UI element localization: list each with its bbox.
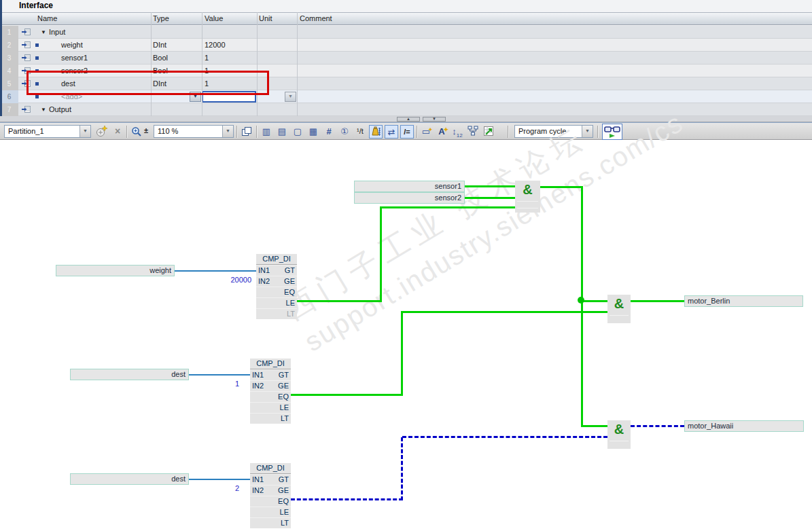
row-value[interactable]: 1 <box>202 77 257 90</box>
port-lt[interactable]: LT <box>281 414 289 424</box>
cmp-block-3[interactable]: CMP_DI IN1GT IN2GE EQ LE LT <box>250 463 291 528</box>
port-in2[interactable]: IN2 <box>252 381 264 391</box>
monitoring-glasses-icon[interactable] <box>602 124 622 140</box>
and-gate-2[interactable]: & <box>607 295 631 323</box>
port-in2[interactable]: IN2 <box>258 276 270 287</box>
row-value[interactable]: 1 <box>202 52 257 65</box>
port-in1[interactable]: IN1 <box>252 475 264 485</box>
table-row-weight[interactable]: 2 weight DInt 12000 <box>0 39 812 52</box>
table-row-dest[interactable]: 5 dest DInt 1 <box>0 77 812 90</box>
operand-dest-1[interactable]: dest <box>70 369 189 380</box>
new-partition-icon[interactable] <box>95 125 109 139</box>
insert-row-icon[interactable]: ▤ <box>275 125 289 139</box>
cmp-block-2[interactable]: CMP_DI IN1GT IN2GE EQ LE LT <box>250 359 291 424</box>
numbered-grid-icon[interactable]: ▦ <box>306 125 320 139</box>
port-lt[interactable]: LT <box>287 309 295 319</box>
dashed-box-icon[interactable]: ▢ <box>291 125 304 139</box>
pane-splitter[interactable]: ▲ ▼ <box>0 116 812 122</box>
port-in1[interactable]: IN1 <box>252 370 264 380</box>
port-lt[interactable]: LT <box>281 518 289 528</box>
row-name: Input <box>49 28 65 36</box>
toolbar-separator <box>256 126 258 138</box>
port-le[interactable]: LE <box>286 298 295 308</box>
signal-flow-icon[interactable]: ⇄ <box>385 125 398 139</box>
sequence-numbers-icon[interactable]: ① <box>338 125 351 139</box>
column-header-value[interactable]: Value <box>205 14 223 22</box>
constant-1[interactable]: 1 <box>171 380 239 388</box>
port-gt[interactable]: GT <box>285 266 295 276</box>
table-row-output[interactable]: 7 ▼Output <box>0 103 812 116</box>
snap-grid-icon[interactable]: # <box>322 125 336 139</box>
new-comment-icon[interactable]: A✦ <box>435 125 448 139</box>
column-header-type[interactable]: Type <box>153 14 169 22</box>
port-le[interactable]: LE <box>280 403 289 413</box>
zoom-plusminus-icon[interactable]: ± <box>144 126 148 134</box>
splitter-collapse-down-button[interactable]: ▼ <box>423 117 446 122</box>
table-row-sensor1[interactable]: 3 sensor1 Bool 1 <box>0 52 812 65</box>
constant-2[interactable]: 2 <box>171 484 239 492</box>
unit-dropdown-button[interactable]: ▼ <box>285 92 296 102</box>
collapse-triangle-icon[interactable]: ▼ <box>41 26 46 39</box>
port-ge[interactable]: GE <box>278 486 289 496</box>
partition-select[interactable]: Partition_1 ▼ <box>4 125 91 138</box>
column-header-comment[interactable]: Comment <box>300 14 332 22</box>
port-eq[interactable]: EQ <box>278 392 289 402</box>
operand-weight-icon[interactable] <box>369 125 383 139</box>
cmp-block-1[interactable]: CMP_DI IN1GT IN2GE EQ LE LT <box>256 254 297 319</box>
variable-bullet-icon <box>35 69 39 73</box>
wire-and2-to-motor-berlin <box>631 300 684 302</box>
network-event-value: Program cycle <box>518 127 566 135</box>
operand-motor-hawaii[interactable]: motor_Hawaii <box>684 420 804 432</box>
table-row-add[interactable]: 6 <add> ▼ ▼ <box>0 90 812 103</box>
row-value[interactable]: 1 <box>202 65 257 77</box>
column-header-unit[interactable]: Unit <box>259 14 272 22</box>
row-type[interactable]: Bool <box>151 52 202 65</box>
row-value[interactable]: 12000 <box>202 39 257 52</box>
table-row-sensor2[interactable]: 4 sensor2 Bool 1 <box>0 65 812 77</box>
operand-sensor1[interactable]: sensor1 <box>354 181 465 192</box>
window-layout-icon[interactable] <box>240 125 253 139</box>
row-type[interactable]: DInt <box>151 39 202 52</box>
operand-motor-berlin[interactable]: motor_Berlin <box>684 295 803 307</box>
delete-partition-icon[interactable]: × <box>111 125 124 139</box>
value-edit-cell[interactable] <box>202 91 256 103</box>
port-eq[interactable]: EQ <box>278 496 289 507</box>
star-icon: ✦ <box>443 124 448 136</box>
port-ge[interactable]: GE <box>278 381 289 391</box>
splitter-collapse-up-button[interactable]: ▲ <box>397 117 420 122</box>
goto-table-icon[interactable] <box>482 125 495 139</box>
wire-cmp3-eq-to-and3 <box>402 436 607 438</box>
column-header-name[interactable]: Name <box>37 14 57 22</box>
port-in2[interactable]: IN2 <box>252 486 264 496</box>
port-eq[interactable]: EQ <box>284 287 295 297</box>
constant-20000[interactable]: 20000 <box>183 276 251 284</box>
type-dropdown-button[interactable]: ▼ <box>190 92 201 102</box>
row-number: 3 <box>0 52 18 65</box>
absolute-symbolic-icon[interactable]: ¹/t <box>353 125 367 139</box>
row-type[interactable]: Bool <box>151 65 202 77</box>
grid-columns-icon[interactable]: ▥ <box>260 125 273 139</box>
port-ge[interactable]: GE <box>284 276 295 287</box>
toggle-comment-icon[interactable]: /= <box>400 125 414 139</box>
network-event-select[interactable]: Program cycle ▼ <box>514 125 593 138</box>
collapse-triangle-icon[interactable]: ▼ <box>41 103 46 116</box>
zoom-icon[interactable] <box>130 125 143 139</box>
operand-weight[interactable]: weight <box>56 265 175 276</box>
and-gate-1[interactable]: & <box>515 181 540 213</box>
port-gt[interactable]: GT <box>279 475 289 485</box>
operand-dest-2[interactable]: dest <box>70 473 189 485</box>
chevron-down-icon[interactable]: ▼ <box>80 126 90 137</box>
networks-overview-icon[interactable] <box>466 125 480 139</box>
chevron-down-icon[interactable]: ▼ <box>222 126 233 137</box>
zoom-level-select[interactable]: 110 % ▼ <box>154 125 234 138</box>
table-row-input[interactable]: 1 ▼Input <box>0 26 812 39</box>
row-type[interactable]: DInt <box>151 77 202 90</box>
port-gt[interactable]: GT <box>279 370 289 380</box>
and-gate-3[interactable]: & <box>607 420 631 449</box>
renumber-icon[interactable]: ↕12 <box>451 125 464 139</box>
port-le[interactable]: LE <box>280 507 289 517</box>
operand-sensor2[interactable]: sensor2 <box>354 192 465 204</box>
port-in1[interactable]: IN1 <box>258 266 270 276</box>
chevron-down-icon[interactable]: ▼ <box>582 126 593 137</box>
new-block-icon[interactable]: ▭✦ <box>419 125 433 139</box>
